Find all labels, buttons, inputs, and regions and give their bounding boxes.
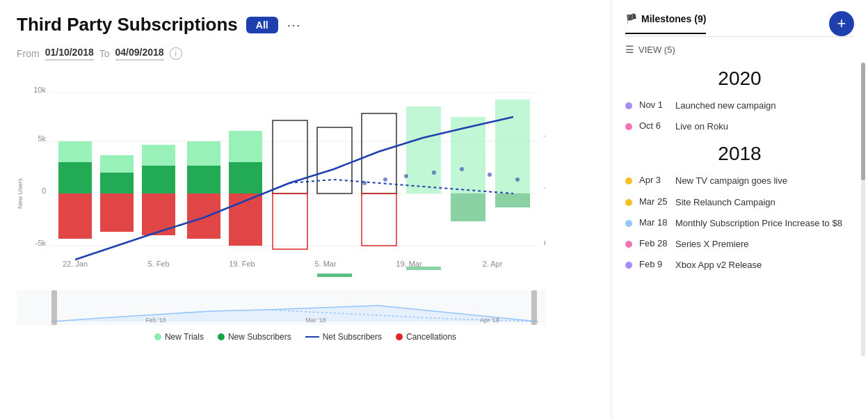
scrollbar-thumb[interactable] [861,63,865,180]
svg-text:19. Mar: 19. Mar [396,260,422,268]
milestone-text: Site Relaunch Campaign [675,196,775,209]
to-label: To [99,48,110,59]
svg-rect-57 [51,290,57,325]
mini-chart[interactable]: Feb '18 Mar '18 Apr '18 [17,290,594,325]
legend-new-subscribers: New Subscribers [218,332,291,342]
svg-rect-36 [451,117,485,193]
svg-text:Feb '18: Feb '18 [145,317,166,324]
svg-rect-31 [317,274,352,277]
svg-rect-24 [187,193,220,239]
net-subscribers-label: Net Subscribers [323,332,382,342]
main-chart-svg: 10k 5k 0 -5k 75k 70k 65k Subscribers New… [17,72,545,287]
filter-icon: ☰ [625,44,634,55]
milestone-dot [625,123,632,130]
svg-text:2. Apr: 2. Apr [483,260,503,268]
new-trials-dot [154,333,161,340]
svg-point-46 [460,167,464,171]
svg-rect-23 [187,166,220,193]
all-button[interactable]: All [246,17,278,33]
svg-text:5k: 5k [38,134,46,143]
milestone-dot [625,241,632,248]
svg-rect-17 [100,173,134,193]
svg-text:10k: 10k [33,86,46,94]
milestone-dot [625,102,632,109]
legend-net-subscribers: Net Subscribers [305,332,382,342]
svg-text:19. Feb: 19. Feb [229,260,255,268]
milestone-text: Monthly Subscription Price Increase to $… [675,217,842,230]
svg-rect-20 [142,166,175,193]
svg-point-47 [488,173,492,177]
svg-rect-15 [58,193,92,239]
svg-rect-34 [406,106,441,193]
svg-text:New Users: New Users [17,178,24,209]
svg-text:Mar '18: Mar '18 [305,317,326,324]
date-range: From 01/10/2018 To 04/09/2018 i [17,47,594,61]
milestone-date: Feb 9 [639,259,668,269]
svg-rect-26 [229,162,262,193]
milestone-date: Apr 3 [639,175,668,185]
to-date[interactable]: 04/09/2018 [115,47,164,61]
net-subscribers-line [305,336,319,338]
milestone-date: Feb 28 [639,238,668,248]
milestones-tab[interactable]: 🏴 Milestones (9) [625,13,706,34]
left-panel: Third Party Subscriptions All ⋯ From 01/… [0,0,611,419]
legend-cancellations: Cancellations [396,332,456,342]
svg-point-44 [404,174,408,178]
view-filter-label: VIEW (5) [638,45,675,55]
milestone-date: Mar 18 [639,217,668,228]
chart-container: 10k 5k 0 -5k 75k 70k 65k Subscribers New… [17,72,594,405]
svg-rect-29 [273,193,307,249]
milestone-text: Launched new campaign [675,100,776,112]
svg-point-43 [383,177,387,182]
milestones-list: 2020 Nov 1 Launched new campaign Oct 6 L… [611,62,868,419]
milestones-header: 🏴 Milestones (9) + [611,0,868,36]
svg-text:-5k: -5k [35,239,47,247]
legend: New Trials New Subscribers Net Subscribe… [17,332,594,342]
info-icon[interactable]: i [170,47,182,60]
svg-point-45 [432,171,436,175]
header: Third Party Subscriptions All ⋯ [17,14,594,35]
from-date[interactable]: 01/10/2018 [45,47,94,61]
svg-text:75k: 75k [544,134,545,143]
svg-rect-18 [100,193,134,232]
svg-text:Apr '18: Apr '18 [480,317,499,324]
milestone-dot [625,262,632,269]
milestone-feb9: Feb 9 Xbox App v2 Release [625,255,854,276]
svg-rect-58 [531,290,537,325]
milestone-text: Series X Premiere [675,238,748,251]
svg-point-48 [515,177,520,182]
milestone-dot [625,177,632,184]
flag-icon: 🏴 [625,13,637,24]
right-panel: 🏴 Milestones (9) + ☰ VIEW (5) 2020 Nov 1… [611,0,868,419]
new-subscribers-dot [218,333,225,340]
view-filter[interactable]: ☰ VIEW (5) [611,37,868,62]
main-chart: 10k 5k 0 -5k 75k 70k 65k Subscribers New… [17,72,594,287]
from-label: From [17,48,40,59]
svg-rect-33 [362,193,396,246]
milestone-mar18: Mar 18 Monthly Subscription Price Increa… [625,213,854,234]
add-button[interactable]: + [829,11,854,36]
svg-rect-37 [451,193,485,221]
legend-new-trials: New Trials [154,332,204,342]
cancellations-dot [396,333,403,340]
scrollbar-track[interactable] [861,63,865,356]
svg-rect-30 [317,127,352,193]
milestone-mar25: Mar 25 Site Relaunch Campaign [625,192,854,213]
svg-rect-39 [495,193,530,207]
milestone-feb28: Feb 28 Series X Premiere [625,234,854,255]
mini-chart-svg: Feb '18 Mar '18 Apr '18 [17,290,545,325]
milestones-tab-label: Milestones (9) [641,13,706,24]
svg-text:5. Mar: 5. Mar [314,260,337,268]
new-subscribers-label: New Subscribers [228,332,291,342]
svg-text:5. Feb: 5. Feb [147,260,169,268]
page-title: Third Party Subscriptions [17,14,238,35]
cancellations-label: Cancellations [406,332,456,342]
milestone-date: Nov 1 [639,100,668,110]
milestone-text: Xbox App v2 Release [675,259,762,271]
svg-rect-32 [362,113,396,193]
milestone-apr3: Apr 3 New TV campaign goes live [625,171,854,191]
more-options-button[interactable]: ⋯ [287,17,300,33]
milestone-date: Oct 6 [639,120,668,131]
year-2020: 2020 [625,62,854,95]
svg-text:70k: 70k [544,187,545,195]
